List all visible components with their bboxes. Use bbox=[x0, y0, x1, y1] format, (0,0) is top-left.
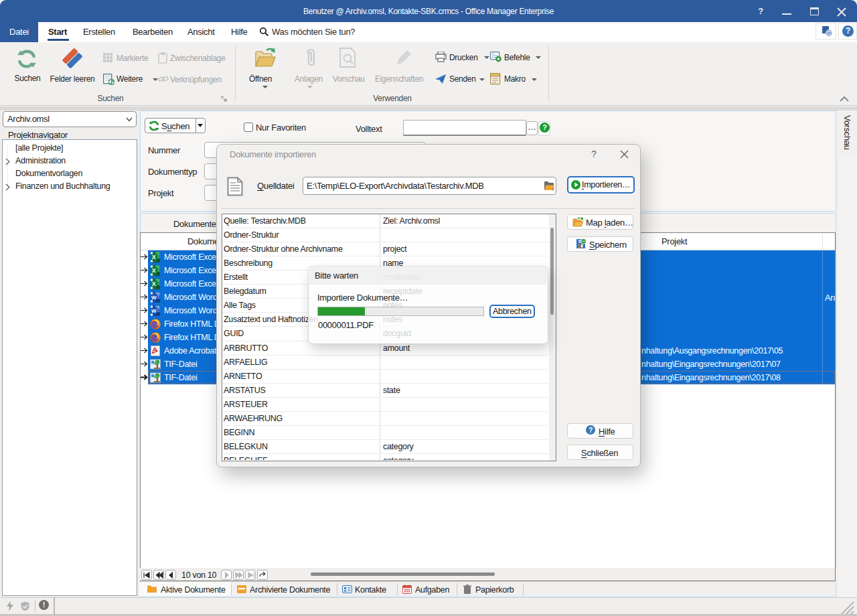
svg-text:W: W bbox=[151, 295, 157, 301]
svg-text:X: X bbox=[152, 267, 156, 274]
svg-text:X: X bbox=[152, 254, 156, 260]
svg-text:X: X bbox=[152, 281, 156, 287]
svg-text:W: W bbox=[151, 308, 157, 314]
